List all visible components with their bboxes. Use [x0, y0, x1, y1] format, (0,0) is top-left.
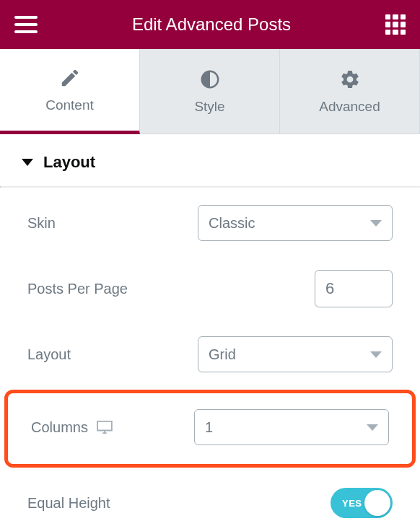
page-title: Edit Advanced Posts — [38, 14, 385, 35]
label-posts-per-page: Posts Per Page — [27, 281, 128, 297]
tab-label: Advanced — [319, 99, 380, 115]
control-posts-per-page: Posts Per Page 6 — [22, 255, 398, 322]
gear-icon — [339, 69, 361, 90]
desktop-icon[interactable] — [97, 421, 113, 434]
header: Edit Advanced Posts — [0, 0, 420, 49]
control-columns: Columns 1 — [25, 405, 395, 450]
control-skin: Skin Classic — [22, 191, 398, 255]
label-skin: Skin — [27, 215, 56, 232]
section-header-layout[interactable]: Layout — [0, 134, 420, 186]
chevron-down-icon — [367, 424, 378, 431]
contrast-icon — [199, 69, 221, 90]
toggle-label: YES — [342, 498, 362, 509]
select-value: Grid — [209, 346, 236, 363]
select-value: Classic — [209, 215, 255, 232]
controls-2: Equal Height YES — [0, 470, 420, 521]
select-value: 1 — [205, 419, 213, 436]
controls: Skin Classic Posts Per Page 6 Layout Gri… — [0, 188, 420, 387]
pencil-icon — [59, 67, 81, 89]
input-posts-per-page[interactable]: 6 — [315, 270, 393, 307]
tab-style[interactable]: Style — [140, 49, 280, 134]
caret-down-icon — [22, 159, 33, 166]
tab-advanced[interactable]: Advanced — [280, 49, 420, 134]
apps-icon[interactable] — [385, 14, 406, 35]
tab-content[interactable]: Content — [0, 49, 140, 134]
select-columns[interactable]: 1 — [194, 409, 389, 445]
select-skin[interactable]: Classic — [198, 205, 393, 241]
control-layout: Layout Grid — [22, 322, 398, 387]
input-value: 6 — [325, 279, 334, 298]
label-columns: Columns — [31, 419, 113, 436]
control-equal-height: Equal Height YES — [22, 473, 398, 521]
section-title: Layout — [43, 153, 95, 172]
chevron-down-icon — [370, 220, 382, 227]
label-equal-height: Equal Height — [27, 495, 110, 512]
select-layout[interactable]: Grid — [198, 336, 393, 372]
label-text: Columns — [31, 419, 88, 436]
label-layout: Layout — [27, 346, 71, 363]
highlight-columns: Columns 1 — [4, 390, 416, 468]
tabs: Content Style Advanced — [0, 49, 420, 134]
toggle-knob — [364, 490, 390, 516]
menu-icon[interactable] — [14, 16, 38, 33]
toggle-equal-height[interactable]: YES — [331, 488, 393, 518]
tab-label: Style — [194, 99, 224, 115]
tab-label: Content — [45, 97, 94, 113]
chevron-down-icon — [370, 351, 382, 358]
